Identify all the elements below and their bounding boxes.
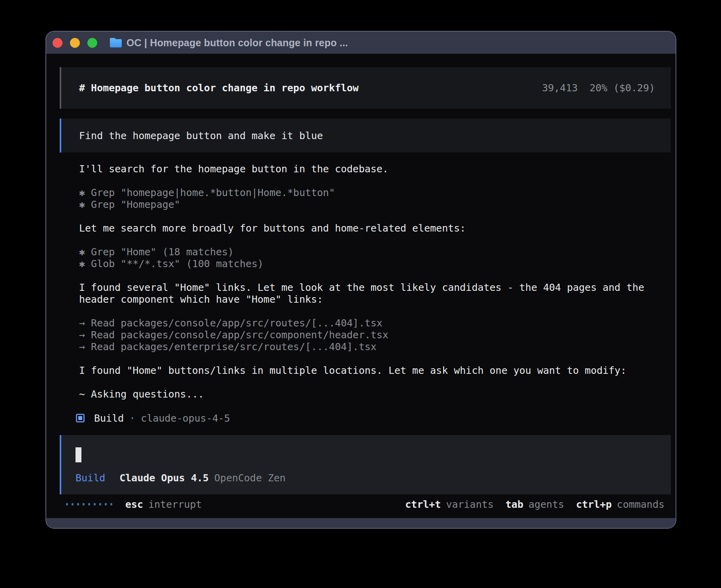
shortcut-interrupt: esc interrupt xyxy=(125,499,202,510)
user-message: Find the homepage button and make it blu… xyxy=(60,119,671,153)
model-bar-model[interactable]: Claude Opus 4.5 xyxy=(119,472,209,484)
assistant-paragraph: Let me search more broadly for buttons a… xyxy=(79,222,671,234)
window-title: OC | Homepage button color change in rep… xyxy=(126,37,348,49)
text-cursor xyxy=(75,447,81,462)
model-bar-agent[interactable]: Build xyxy=(75,472,105,484)
assistant-text-line: I found "Home" buttons/links in multiple… xyxy=(79,365,671,377)
token-count: 39,413 xyxy=(542,82,578,94)
assistant-paragraph: I found several "Home" links. Let me loo… xyxy=(79,282,671,305)
shortcut-key: ctrl+t xyxy=(405,499,441,510)
tool-call-line: → Read packages/console/app/src/routes/[… xyxy=(79,317,671,329)
terminal-content: # Homepage button color change in repo w… xyxy=(46,54,676,518)
assistant-status: ~ Asking questions... xyxy=(79,388,671,400)
tool-call-line: ✱ Grep "Home" (18 matches) xyxy=(79,246,671,258)
assistant-text-line: header component which have "Home" links… xyxy=(79,294,671,305)
prompt-input[interactable]: Build Claude Opus 4.5 OpenCode Zen xyxy=(60,435,671,494)
agent-row: Build · claude-opus-4-5 xyxy=(76,412,671,424)
folder-icon xyxy=(110,38,122,47)
status-right: ctrl+t variants tab agents ctrl+p comman… xyxy=(405,499,664,510)
agent-name: Build xyxy=(94,413,124,424)
shortcut-label: commands xyxy=(617,499,664,510)
session-stats: 39,413 20% ($0.29) xyxy=(542,82,655,94)
agent-square-icon xyxy=(76,414,85,422)
spinner-dots xyxy=(66,503,112,505)
shortcut-key: ctrl+p xyxy=(576,499,612,510)
close-button[interactable] xyxy=(53,38,62,48)
shortcut-variants: ctrl+t variants xyxy=(405,499,494,510)
shortcut-label: agents xyxy=(528,499,564,510)
tool-call-group: → Read packages/console/app/src/routes/[… xyxy=(79,317,671,353)
tool-call-line: → Read packages/enterprise/src/routes/[.… xyxy=(79,341,671,353)
shortcut-agents: tab agents xyxy=(506,499,564,510)
shortcut-commands: ctrl+p commands xyxy=(576,499,664,510)
status-bar: esc interrupt ctrl+t variants tab agents… xyxy=(60,498,671,511)
session-title: # Homepage button color change in repo w… xyxy=(79,82,359,94)
assistant-status-line: ~ Asking questions... xyxy=(79,388,671,400)
titlebar[interactable]: OC | Homepage button color change in rep… xyxy=(46,32,676,54)
tool-call-line: ✱ Grep "homepage|home.*button|Home.*butt… xyxy=(79,187,671,199)
tool-call-line: ✱ Grep "Homepage" xyxy=(79,199,671,211)
model-bar-provider: OpenCode Zen xyxy=(214,472,286,484)
tool-call-line: → Read packages/console/app/src/componen… xyxy=(79,329,671,341)
agent-model: claude-opus-4-5 xyxy=(141,413,230,424)
minimize-button[interactable] xyxy=(70,38,80,48)
assistant-transcript: I'll search for the homepage button in t… xyxy=(60,163,671,412)
assistant-text-line: I'll search for the homepage button in t… xyxy=(79,163,671,175)
shortcut-key: esc xyxy=(125,499,143,510)
context-percent: 20% xyxy=(589,82,607,94)
tool-call-line: ✱ Glob "**/*.tsx" (100 matches) xyxy=(79,258,671,270)
assistant-text-line: I found several "Home" links. Let me loo… xyxy=(79,282,671,294)
shortcut-label: interrupt xyxy=(148,499,202,510)
shortcut-label: variants xyxy=(446,499,493,510)
tool-call-group: ✱ Grep "Home" (18 matches) ✱ Glob "**/*.… xyxy=(79,246,671,270)
tool-call-group: ✱ Grep "homepage|home.*button|Home.*butt… xyxy=(79,187,671,211)
shortcut-key: tab xyxy=(506,499,523,510)
session-header: # Homepage button color change in repo w… xyxy=(60,67,671,109)
traffic-lights xyxy=(53,38,97,48)
assistant-text-line: Let me search more broadly for buttons a… xyxy=(79,222,671,234)
model-bar: Build Claude Opus 4.5 OpenCode Zen xyxy=(75,472,671,484)
assistant-paragraph: I'll search for the homepage button in t… xyxy=(79,163,671,175)
assistant-paragraph: I found "Home" buttons/links in multiple… xyxy=(79,365,671,377)
zoom-button[interactable] xyxy=(87,38,97,48)
session-cost: ($0.29) xyxy=(613,82,655,94)
user-message-text: Find the homepage button and make it blu… xyxy=(79,130,323,141)
agent-separator: · xyxy=(129,413,135,424)
window-bottom-bar xyxy=(46,518,676,528)
terminal-window: OC | Homepage button color change in rep… xyxy=(45,31,676,529)
status-left: esc interrupt xyxy=(66,499,202,510)
